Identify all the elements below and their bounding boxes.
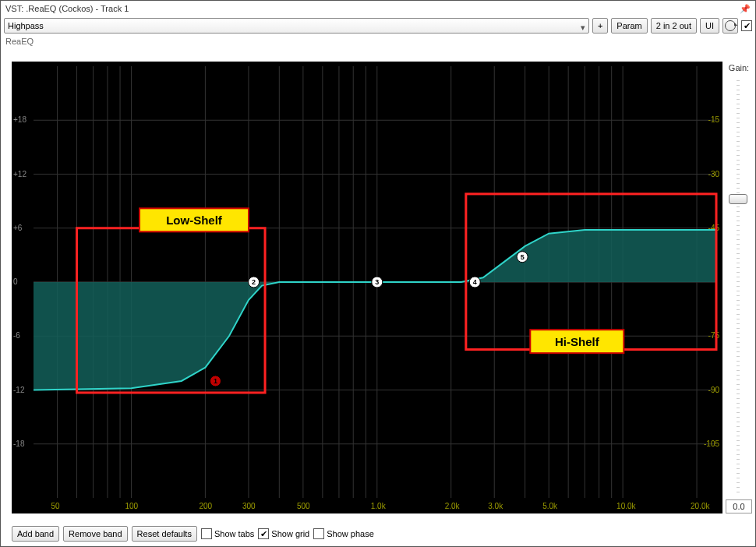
svg-text:+6: +6 bbox=[13, 224, 23, 232]
gain-panel: Gain: 0.0 bbox=[724, 62, 754, 513]
svg-text:100: 100 bbox=[125, 502, 138, 510]
window-title: VST: .ReaEQ (Cockos) - Track 1 bbox=[5, 4, 129, 13]
ui-button[interactable]: UI bbox=[700, 18, 719, 34]
enable-checkbox[interactable] bbox=[741, 20, 752, 31]
svg-text:300: 300 bbox=[242, 502, 256, 510]
io-button[interactable]: 2 in 2 out bbox=[651, 18, 697, 34]
param-button[interactable]: Param bbox=[611, 18, 647, 34]
svg-text:-6: -6 bbox=[13, 331, 20, 340]
svg-text:3: 3 bbox=[375, 278, 379, 286]
svg-text:1.0k: 1.0k bbox=[371, 502, 387, 510]
svg-text:-18: -18 bbox=[13, 439, 25, 448]
svg-text:2.0k: 2.0k bbox=[445, 502, 461, 510]
svg-text:Low-Shelf: Low-Shelf bbox=[166, 214, 223, 227]
show-grid-checkbox[interactable] bbox=[258, 528, 269, 539]
svg-text:3.0k: 3.0k bbox=[488, 502, 503, 510]
svg-text:-90: -90 bbox=[708, 386, 720, 394]
bottom-toolbar: Add band Remove band Reset defaults Show… bbox=[12, 524, 374, 543]
svg-text:20.0k: 20.0k bbox=[691, 502, 710, 510]
add-band-button[interactable]: Add band bbox=[12, 526, 59, 542]
remove-band-button[interactable]: Remove band bbox=[63, 526, 128, 542]
show-phase-checkbox[interactable] bbox=[313, 528, 324, 539]
add-preset-button[interactable]: + bbox=[592, 18, 608, 34]
show-tabs-label: Show tabs bbox=[214, 529, 254, 538]
show-phase-label: Show phase bbox=[327, 529, 374, 538]
svg-text:-30: -30 bbox=[708, 170, 720, 178]
svg-text:10.0k: 10.0k bbox=[616, 502, 636, 510]
svg-text:200: 200 bbox=[199, 502, 212, 510]
svg-text:5: 5 bbox=[521, 253, 525, 261]
svg-text:+12: +12 bbox=[13, 170, 26, 178]
gain-slider-thumb[interactable] bbox=[729, 194, 747, 204]
eq-canvas[interactable]: -18-12-60+6+12+18-45-30-15-75-90-1055010… bbox=[12, 62, 722, 513]
svg-text:+18: +18 bbox=[13, 115, 26, 124]
svg-text:-15: -15 bbox=[708, 115, 720, 124]
svg-text:5.0k: 5.0k bbox=[542, 502, 558, 510]
svg-text:0: 0 bbox=[13, 277, 18, 286]
preset-select[interactable]: Highpass bbox=[4, 18, 589, 34]
svg-text:-12: -12 bbox=[13, 386, 25, 394]
show-tabs-checkbox[interactable] bbox=[201, 528, 212, 539]
svg-text:Hi-Shelf: Hi-Shelf bbox=[555, 335, 600, 348]
show-grid-label: Show grid bbox=[271, 529, 309, 538]
svg-text:500: 500 bbox=[297, 502, 310, 510]
svg-text:4: 4 bbox=[473, 278, 477, 286]
plugin-name-label: ReaEQ bbox=[1, 35, 755, 48]
gain-readout[interactable]: 0.0 bbox=[726, 499, 752, 513]
svg-text:50: 50 bbox=[51, 502, 61, 510]
svg-text:-75: -75 bbox=[708, 331, 720, 340]
bypass-loop-button[interactable] bbox=[722, 18, 738, 34]
svg-text:-105: -105 bbox=[704, 439, 719, 448]
pin-icon[interactable]: 📌 bbox=[740, 4, 751, 14]
loop-icon bbox=[725, 20, 736, 31]
svg-text:2: 2 bbox=[252, 278, 256, 286]
reset-defaults-button[interactable]: Reset defaults bbox=[132, 526, 197, 542]
gain-label: Gain: bbox=[724, 62, 754, 72]
eq-plot[interactable]: -18-12-60+6+12+18-45-30-15-75-90-1055010… bbox=[12, 62, 722, 513]
svg-text:1: 1 bbox=[214, 377, 217, 385]
gain-slider-track bbox=[737, 80, 740, 493]
